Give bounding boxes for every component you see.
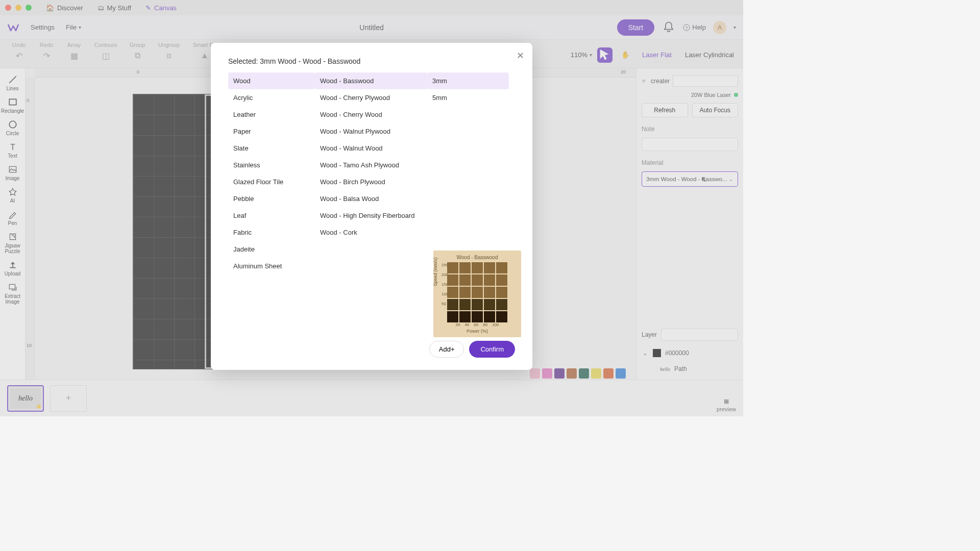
confirm-button[interactable]: Confirm <box>469 341 515 358</box>
material-option[interactable]: Paper <box>228 123 315 140</box>
material-option[interactable]: Wood <box>228 72 315 89</box>
material-modal: ✕ Selected: 3mm Wood - Wood - Basswood W… <box>211 43 532 370</box>
material-option[interactable]: Stainless <box>228 157 315 173</box>
material-option[interactable]: Acrylic <box>228 89 315 106</box>
close-button[interactable]: ✕ <box>517 50 524 61</box>
material-option[interactable]: Wood - Cork <box>315 224 427 241</box>
thickness-column: 3mm5mm <box>427 72 509 274</box>
modal-overlay: ✕ Selected: 3mm Wood - Wood - Basswood W… <box>0 0 743 416</box>
sample-xlabel: Power (%) <box>467 329 488 334</box>
material-option[interactable]: Wood - High Density Fiberboard <box>315 207 427 224</box>
material-sample-preview: Wood - Basswood 25020015010050 204060801… <box>433 251 521 337</box>
sample-ylabel: Speed (mm/s) <box>433 257 438 286</box>
material-option[interactable]: Wood - Balsa Wood <box>315 190 427 207</box>
material-option[interactable]: Wood - Tamo Ash Plywood <box>315 157 427 173</box>
material-option[interactable]: Wood - Walnut Plywood <box>315 123 427 140</box>
material-option[interactable]: 5mm <box>427 89 509 106</box>
material-columns: WoodAcrylicLeatherPaperSlateStainlessGla… <box>228 72 515 274</box>
material-option[interactable]: Aluminum Sheet <box>228 258 315 274</box>
material-option[interactable]: Jadeite <box>228 241 315 258</box>
sample-title: Wood - Basswood <box>457 255 498 260</box>
category-column: WoodAcrylicLeatherPaperSlateStainlessGla… <box>228 72 315 274</box>
sample-y-ticks: 25020015010050 <box>442 263 448 306</box>
selected-summary: Selected: 3mm Wood - Wood - Basswood <box>228 57 515 65</box>
material-option[interactable]: Wood - Cherry Plywood <box>315 89 427 106</box>
add-material-button[interactable]: Add+ <box>429 341 464 358</box>
material-option[interactable]: Glazed Floor Tile <box>228 173 315 190</box>
sample-grid <box>447 262 507 322</box>
subtype-column: Wood - BasswoodWood - Cherry PlywoodWood… <box>315 72 427 274</box>
close-icon: ✕ <box>517 51 524 61</box>
material-option[interactable]: Wood - Walnut Wood <box>315 140 427 157</box>
material-option[interactable]: Leather <box>228 106 315 123</box>
material-option[interactable]: Wood - Cherry Wood <box>315 106 427 123</box>
material-option[interactable]: 3mm <box>427 72 509 89</box>
sample-x-ticks: 20406080100 <box>456 322 499 327</box>
material-option[interactable]: Pebble <box>228 190 315 207</box>
material-option[interactable]: Wood - Basswood <box>315 72 427 89</box>
material-option[interactable]: Wood - Birch Plywood <box>315 173 427 190</box>
material-option[interactable]: Fabric <box>228 224 315 241</box>
material-option[interactable]: Leaf <box>228 207 315 224</box>
material-option[interactable]: Slate <box>228 140 315 157</box>
